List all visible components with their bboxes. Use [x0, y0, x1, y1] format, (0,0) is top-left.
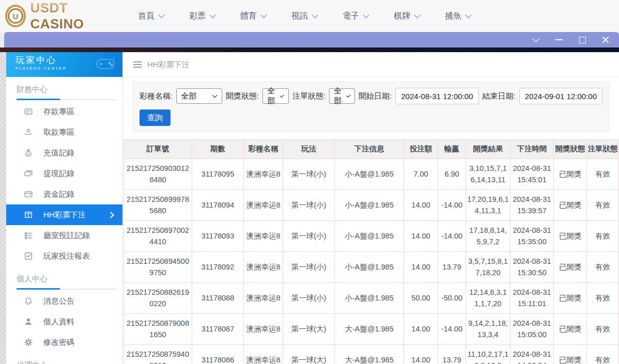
book-icon [24, 210, 33, 219]
sidebar-item-profile[interactable]: 個人資料 [6, 311, 122, 332]
nav-item-label: 捕魚 [445, 11, 461, 22]
nav-item[interactable]: 體育 [240, 11, 266, 22]
chevron-down-icon [260, 12, 267, 19]
table-cell: 澳洲幸运8 [244, 221, 283, 252]
start-date-input[interactable]: 2024-08-31 12:00:00 [395, 88, 478, 104]
sidebar-section-title: 代理中心 [6, 353, 122, 364]
maximize-icon [579, 37, 586, 43]
table-cell: 31178095 [192, 159, 244, 190]
table-cell: 12,14,6,3,11,1,7,20 [466, 283, 510, 314]
withdraw-icon [24, 128, 33, 137]
window-collapse-button[interactable] [532, 36, 540, 44]
table-row: 215217250879008165031178087澳洲幸运8第一球(大)大-… [124, 314, 619, 345]
table-cell: 2152172508826190220 [124, 283, 192, 314]
minimize-icon [555, 39, 563, 40]
bets-table: 訂單號期數彩種名稱玩法下注信息投注額輸贏開獎結果下注時間開獎狀態注單狀態 215… [123, 139, 619, 364]
draw-status-select[interactable]: 全部 [262, 88, 289, 104]
draw-status-select-label: 開獎狀態: [226, 91, 259, 101]
sidebar-item-deposit[interactable]: 存款專區 [6, 101, 122, 122]
sidebar-item-announcements[interactable]: 消息公告 [6, 291, 122, 311]
close-icon [602, 36, 609, 43]
column-header: 玩法 [283, 140, 335, 159]
table-cell: 有效 [587, 314, 619, 345]
table-cell: 有效 [587, 283, 619, 314]
sidebar-item-label: 廳室投註記錄 [43, 231, 90, 241]
column-header: 開獎狀態 [554, 140, 587, 159]
nav-item[interactable]: 視訊 [291, 11, 317, 22]
sidebar-item-change-password[interactable]: 修改密碼 [6, 332, 122, 353]
table-cell: 第一球(大) [283, 314, 335, 345]
window-close-button[interactable] [601, 36, 610, 44]
table-cell: 2152172508970024410 [124, 221, 192, 252]
table-cell: 50.00 [404, 283, 438, 314]
chevron-right-icon [107, 212, 114, 218]
chevron-down-icon [363, 12, 369, 19]
breadcrumb: HH彩票下注 [123, 52, 619, 77]
nav-item[interactable]: 棋牌 [394, 11, 420, 22]
section-divider [17, 99, 117, 100]
nav-item[interactable]: 彩票 [189, 11, 215, 22]
section-divider [17, 289, 117, 290]
bets-table-wrap: 訂單號期數彩種名稱玩法下注信息投注額輸贏開獎結果下注時間開獎狀態注單狀態 215… [123, 139, 619, 364]
top-navbar: U USDT CASINO 首頁彩票體育視訊電子棋牌捕魚 [0, 0, 619, 32]
table-cell: 有效 [587, 159, 619, 190]
gear-icon [24, 338, 33, 347]
main-content: HH彩票下注 彩種名稱: 全部 開獎狀態: 全部 注單狀態: 全部 [123, 52, 619, 364]
sidebar-item-player-bet-report[interactable]: 玩家投注報表 [6, 246, 122, 266]
player-center-window: 玩家中心 PLAYERS CENTER 財務中心存款專區取款專區充值記錄提現記錄… [6, 52, 619, 364]
table-cell: 有效 [587, 345, 619, 364]
table-cell: 7.00 [404, 159, 438, 190]
window-minimize-button[interactable] [555, 36, 563, 44]
page-left-edge [0, 52, 6, 364]
table-cell: 2024-08-31 15:35:00 [510, 221, 554, 252]
sidebar-item-withdraw[interactable]: 取款專區 [6, 122, 122, 143]
table-cell: -14.00 [438, 314, 466, 345]
sidebar-item-label: HH彩票下注 [43, 210, 86, 220]
table-cell: 14.00 [404, 314, 438, 345]
column-header: 注單狀態 [587, 140, 619, 159]
window-titlebar [4, 32, 619, 48]
sidebar-item-recharge-record[interactable]: 充值記錄 [6, 143, 122, 163]
table-cell: 13.79 [438, 345, 466, 364]
sidebar-item-label: 修改密碼 [43, 338, 74, 347]
sidebar: 玩家中心 PLAYERS CENTER 財務中心存款專區取款專區充值記錄提現記錄… [6, 52, 123, 364]
search-button[interactable]: 查詢 [140, 109, 171, 126]
chevron-down-icon [346, 93, 350, 97]
nav-item[interactable]: 捕魚 [445, 11, 471, 22]
sidebar-item-label: 充值記錄 [43, 148, 74, 158]
deposit-icon [24, 107, 33, 116]
nav-item-label: 體育 [240, 11, 257, 22]
table-cell: 2152172508759405910 [124, 345, 192, 364]
hamburger-icon[interactable] [133, 61, 142, 68]
table-cell: 2024-08-31 15:11:01 [510, 283, 554, 314]
table-row: 215217250903012848031178095澳洲幸运8第一球(小)小-… [124, 159, 619, 190]
sidebar-menu: 財務中心存款專區取款專區充值記錄提現記錄資金記錄HH彩票下注廳室投註記錄玩家投注… [6, 77, 122, 364]
end-date-label: 結束日期: [483, 91, 516, 101]
sidebar-item-funds-record[interactable]: 資金記錄 [6, 184, 122, 204]
table-row: 215217250875940591031178086澳洲幸运8第一球(大)大-… [124, 345, 619, 364]
background-banner [0, 48, 619, 52]
bell-icon [24, 296, 33, 306]
nav-item[interactable]: 首頁 [138, 11, 164, 22]
table-cell: 2024-08-31 15:05:00 [510, 314, 554, 345]
chevron-down-icon [209, 12, 216, 19]
table-cell: 小-A盤@1.985 [335, 221, 404, 252]
table-cell: 已開獎 [554, 314, 587, 345]
sidebar-item-withdrawal-record[interactable]: 提現記錄 [6, 163, 122, 184]
end-date-input[interactable]: 2024-09-01 12:00:00 [519, 88, 602, 104]
site-logo[interactable]: U USDT CASINO [0, 0, 116, 32]
sidebar-item-hh-lottery-bets[interactable]: HH彩票下注 [6, 204, 122, 225]
order-status-select[interactable]: 全部 [329, 88, 355, 104]
sidebar-item-room-bet-records[interactable]: 廳室投註記錄 [6, 225, 122, 246]
table-cell: 31178088 [192, 283, 244, 314]
window-maximize-button[interactable] [578, 36, 586, 44]
chevron-down-icon [212, 93, 218, 98]
sidebar-item-label: 消息公告 [43, 296, 74, 306]
lottery-select[interactable]: 全部 [176, 88, 222, 104]
table-row: 215217250897002441031178093澳洲幸运8第一球(小)小-… [124, 221, 619, 252]
sidebar-item-label: 資金記錄 [43, 189, 74, 199]
nav-item[interactable]: 電子 [343, 11, 368, 22]
nav-item-label: 首頁 [138, 11, 154, 22]
lottery-select-label: 彩種名稱: [140, 91, 173, 101]
sidebar-item-label: 取款專區 [43, 128, 74, 137]
